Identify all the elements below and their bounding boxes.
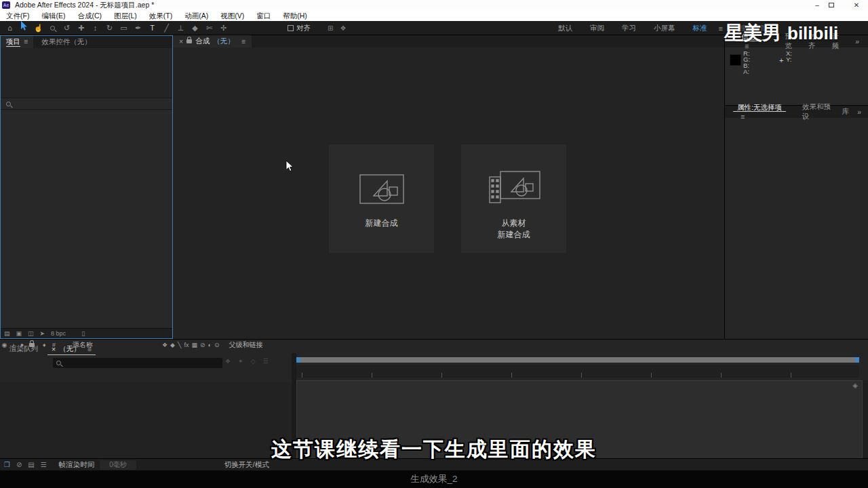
workspace-standard[interactable]: 标准 <box>684 24 716 33</box>
mask-shape-tool-icon[interactable]: ▭ <box>117 21 131 35</box>
right-dock: 信息≡ 预览 对齐 音频 » R:G: B:A: + X:Y: 属性:无选择项≡… <box>724 35 868 339</box>
new-composition-icon[interactable]: ◫ <box>28 330 34 337</box>
draft-3d-icon[interactable]: ✦ <box>238 358 243 365</box>
orbit-camera-icon[interactable]: ↺ <box>60 21 74 35</box>
composition-viewer: 新建合成 从素材 新建合成 <box>173 47 724 327</box>
tab-timeline-none[interactable]: × （无） ≡ <box>47 344 96 355</box>
window-title: Adobe After Effects 2024 - 无标题项目.aep * <box>15 0 154 10</box>
grid-icon[interactable]: ❖ <box>340 24 346 32</box>
workspace-default[interactable]: 默认 <box>549 24 581 33</box>
composition-panel: × 合成 （无） ≡ 新建合成 <box>173 35 724 339</box>
restore-button[interactable] <box>829 3 834 7</box>
panel-menu-icon[interactable]: ≡ <box>24 37 28 45</box>
search-icon <box>6 102 11 106</box>
menu-view[interactable]: 视图(V) <box>214 10 250 21</box>
info-panel-body: R:G: B:A: + X:Y: <box>725 47 868 105</box>
snap-icon[interactable]: ⊞ <box>328 24 333 32</box>
menu-composition[interactable]: 合成(C) <box>71 10 108 21</box>
workspace-review[interactable]: 审阅 <box>581 24 613 33</box>
magnifier-icon <box>50 26 55 30</box>
lock-icon[interactable] <box>186 39 192 43</box>
tool-strip: ⌂ ☝ ↺ ✚ ↕ ↻ ▭ ✒ T ╱ ⊥ ◆ ✄ ✢ <box>3 21 231 35</box>
tab-effect-controls[interactable]: 效果控件（无） <box>33 37 100 47</box>
workspace-small-screen[interactable]: 小屏幕 <box>645 24 684 33</box>
new-folder-icon[interactable]: ▣ <box>16 330 22 337</box>
pan-camera-icon[interactable]: ✚ <box>74 21 88 35</box>
align-checkbox[interactable] <box>288 25 294 31</box>
frame-blending-icon[interactable]: ☰ <box>263 358 269 365</box>
menu-animation[interactable]: 动画(A) <box>178 10 214 21</box>
adjust-icon[interactable]: ➤ <box>40 330 45 337</box>
clone-stamp-tool-icon[interactable]: ⊥ <box>174 21 188 35</box>
menu-edit[interactable]: 编辑(E) <box>35 10 71 21</box>
timeline-search-field[interactable] <box>53 358 222 368</box>
mouse-cursor <box>285 160 294 176</box>
menu-bar: 文件(F) 编辑(E) 合成(C) 图层(L) 效果(T) 动画(A) 视图(V… <box>0 10 868 21</box>
menu-layer[interactable]: 图层(L) <box>108 10 143 21</box>
panel-menu-icon[interactable]: ≡ <box>87 345 92 353</box>
dolly-camera-icon[interactable]: ↕ <box>88 21 102 35</box>
tab-render-queue[interactable]: 渲染队列 <box>0 344 47 354</box>
comp-status-none: （无） <box>213 37 235 46</box>
new-composition-from-footage-button[interactable]: 从素材 新建合成 <box>461 144 566 253</box>
align-label: 对齐 <box>296 24 311 33</box>
pen-tool-icon[interactable]: ✒ <box>131 21 145 35</box>
properties-panel-tabs: 属性:无选择项≡ 效果和预设 库 » <box>725 106 868 118</box>
watermark-username: 星美男 <box>724 22 781 43</box>
video-title: 生成效果_2 <box>410 474 457 484</box>
workspace-menu-icon[interactable]: ≡ <box>716 24 723 33</box>
video-bottom-bar: 生成效果_2 <box>0 470 868 488</box>
bit-depth-button[interactable]: 8 bpc <box>51 330 66 337</box>
close-button[interactable]: ✕ <box>846 0 867 10</box>
work-area-bar[interactable] <box>296 357 859 363</box>
timeline-option-icons: ❖ ✦ ◇ ☰ <box>225 358 269 365</box>
color-sample-swatch <box>730 54 741 66</box>
puppet-tool-icon[interactable]: ✢ <box>216 21 231 35</box>
bilibili-logo: bilibili <box>787 23 838 43</box>
more-panels-icon[interactable]: » <box>853 108 865 116</box>
selection-tool-icon[interactable] <box>17 21 31 35</box>
work-area-end-handle[interactable] <box>855 357 859 363</box>
close-tab-icon[interactable]: × <box>52 345 56 353</box>
panel-menu-icon[interactable]: ≡ <box>241 37 245 45</box>
minimize-button[interactable]: – <box>807 0 827 10</box>
brush-tool-icon[interactable]: ╱ <box>159 21 174 35</box>
comp-marker-icon[interactable]: ◈ <box>852 382 858 389</box>
tab-effects-presets[interactable]: 效果和预设 <box>798 102 838 121</box>
home-icon[interactable]: ⌂ <box>3 21 17 35</box>
rotation-tool-icon[interactable]: ↻ <box>102 21 117 35</box>
tab-properties[interactable]: 属性:无选择项≡ <box>729 103 798 121</box>
from-footage-label-line2: 新建合成 <box>461 229 566 241</box>
project-search-field[interactable] <box>1 98 172 110</box>
footage-composition-icon <box>486 169 542 207</box>
tab-project[interactable]: 项目≡ <box>1 36 33 48</box>
menu-window[interactable]: 窗口 <box>250 10 277 21</box>
time-ruler[interactable] <box>296 365 859 378</box>
menu-file[interactable]: 文件(F) <box>0 10 35 21</box>
zoom-tool-icon[interactable] <box>45 21 60 35</box>
workspace-learn[interactable]: 学习 <box>613 24 645 33</box>
eraser-tool-icon[interactable]: ◆ <box>188 21 202 35</box>
trash-icon[interactable]: ▯ <box>81 330 85 337</box>
roto-brush-tool-icon[interactable]: ✄ <box>202 21 216 35</box>
close-tab-icon[interactable]: × <box>179 37 183 45</box>
new-composition-label: 新建合成 <box>329 218 434 229</box>
hand-tool-icon[interactable]: ☝ <box>31 21 45 35</box>
interpret-footage-icon[interactable]: ▤ <box>4 330 10 337</box>
workspace-tabs: 默认 审阅 学习 小屏幕 标准 ≡ <box>549 21 723 35</box>
more-panels-icon[interactable]: » <box>850 37 865 45</box>
panel-menu-icon[interactable]: ≡ <box>736 113 749 121</box>
composition-mini-flowchart-icon[interactable]: ❖ <box>225 358 231 365</box>
new-composition-button[interactable]: 新建合成 <box>329 144 434 253</box>
menu-effect[interactable]: 效果(T) <box>143 10 178 21</box>
hide-shy-icon[interactable]: ◇ <box>251 358 256 365</box>
project-panel: 项目≡ 效果控件（无） 名称▲ ♦ 类型 大小 帧速率 入点 ▶素材_2.mp4… <box>0 35 173 339</box>
type-tool-icon[interactable]: T <box>145 21 159 35</box>
work-area-start-handle[interactable] <box>296 357 300 363</box>
composition-tab-row: × 合成 （无） ≡ <box>173 35 724 47</box>
work-area-scrollbar[interactable] <box>296 357 859 363</box>
tab-composition[interactable]: × 合成 （无） ≡ <box>173 35 252 47</box>
align-toggle[interactable]: 对齐 <box>288 21 311 35</box>
menu-help[interactable]: 帮助(H) <box>277 10 313 21</box>
tab-libraries[interactable]: 库 <box>838 107 854 117</box>
